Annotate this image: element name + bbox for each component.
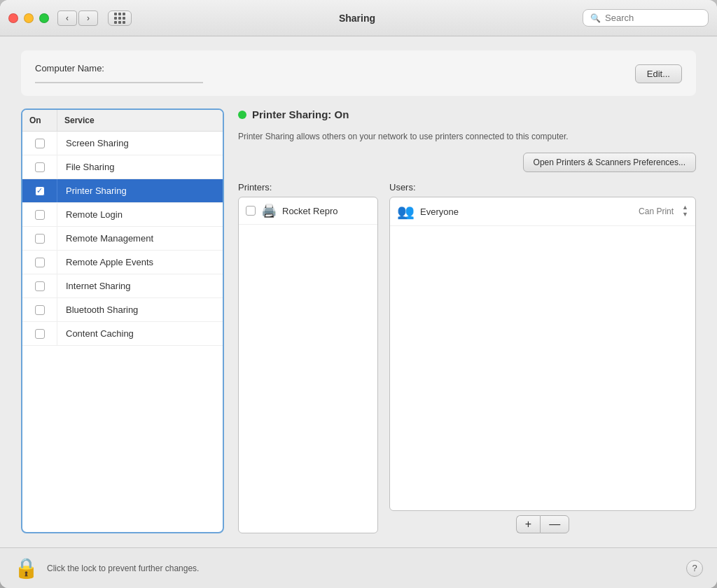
status-description: Printer Sharing allows others on your ne… <box>238 130 696 143</box>
service-name-file-sharing[interactable]: File Sharing <box>57 156 223 178</box>
checkbox-cell-bluetooth-sharing <box>22 298 57 321</box>
services-panel: On Service Screen Sharing File Sharing <box>21 108 224 533</box>
grid-button[interactable] <box>108 10 132 26</box>
printers-column: Printers: 🖨️ Rocket Repro <box>238 182 378 533</box>
status-header: Printer Sharing: On <box>238 108 696 120</box>
add-user-button[interactable]: + <box>516 515 540 533</box>
open-printers-scanners-button[interactable]: Open Printers & Scanners Preferences... <box>523 153 696 172</box>
service-name-remote-login[interactable]: Remote Login <box>57 204 223 225</box>
window-title: Sharing <box>137 13 577 24</box>
checkbox-internet-sharing[interactable] <box>35 281 45 291</box>
printer-item-rocket-repro[interactable]: 🖨️ Rocket Repro <box>239 197 377 225</box>
remove-user-button[interactable]: — <box>540 515 569 533</box>
printers-users-row: Printers: 🖨️ Rocket Repro Users: <box>238 182 696 533</box>
computer-name-value <box>35 82 203 83</box>
services-header: On Service <box>22 110 223 132</box>
service-row-file-sharing[interactable]: File Sharing <box>22 155 223 179</box>
service-row-content-caching[interactable]: Content Caching <box>22 322 223 346</box>
close-button[interactable] <box>8 13 18 23</box>
user-permission-label: Can Print <box>639 206 674 216</box>
users-list: 👥 Everyone Can Print ▲ ▼ <box>389 197 696 511</box>
service-row-printer-sharing[interactable]: ✓ Printer Sharing <box>22 179 223 203</box>
service-row-screen-sharing[interactable]: Screen Sharing <box>22 132 223 155</box>
printer-icon: 🖨️ <box>261 203 277 218</box>
search-input[interactable] <box>605 13 696 23</box>
computer-name-section: Computer Name: Edit... <box>21 50 696 96</box>
status-dot-on <box>238 111 246 119</box>
add-remove-container: + — <box>389 515 696 533</box>
edit-button[interactable]: Edit... <box>635 64 682 83</box>
service-name-screen-sharing[interactable]: Screen Sharing <box>57 132 223 154</box>
checkbox-cell-file-sharing <box>22 155 57 178</box>
service-name-internet-sharing[interactable]: Internet Sharing <box>57 275 223 297</box>
checkbox-cell-printer-sharing: ✓ <box>22 179 57 202</box>
checkbox-cell-remote-login <box>22 203 57 226</box>
back-button[interactable]: ‹ <box>57 10 77 26</box>
checkbox-cell-remote-management <box>22 227 57 250</box>
checkbox-content-caching[interactable] <box>35 329 45 339</box>
checkbox-bluetooth-sharing[interactable] <box>35 305 45 315</box>
users-group-icon: 👥 <box>397 203 415 220</box>
user-name-everyone: Everyone <box>420 206 633 217</box>
printers-label: Printers: <box>238 182 378 192</box>
service-name-content-caching[interactable]: Content Caching <box>57 323 223 344</box>
lower-section: On Service Screen Sharing File Sharing <box>21 108 696 533</box>
permission-stepper[interactable]: ▲ ▼ <box>682 204 688 218</box>
computer-name-left: Computer Name: <box>35 63 203 83</box>
checkbox-screen-sharing[interactable] <box>35 139 45 148</box>
search-bar[interactable]: 🔍 <box>583 9 709 27</box>
checkbox-cell-remote-apple-events <box>22 251 57 274</box>
traffic-lights <box>8 13 49 23</box>
minimize-button[interactable] <box>24 13 34 23</box>
checkbox-cell-screen-sharing <box>22 132 57 155</box>
zoom-button[interactable] <box>39 13 49 23</box>
forward-button[interactable]: › <box>78 10 98 26</box>
lock-icon[interactable]: 🔒 <box>14 556 39 580</box>
lock-text: Click the lock to prevent further change… <box>47 564 678 573</box>
checkbox-printer-sharing[interactable]: ✓ <box>35 186 45 196</box>
checkbox-cell-internet-sharing <box>22 274 57 298</box>
user-item-everyone[interactable]: 👥 Everyone Can Print ▲ ▼ <box>390 197 695 226</box>
service-row-internet-sharing[interactable]: Internet Sharing <box>22 274 223 298</box>
service-row-remote-management[interactable]: Remote Management <box>22 227 223 251</box>
checkbox-remote-management[interactable] <box>35 234 45 244</box>
help-button[interactable]: ? <box>686 560 703 577</box>
service-name-bluetooth-sharing[interactable]: Bluetooth Sharing <box>57 299 223 321</box>
checkbox-remote-apple-events[interactable] <box>35 258 45 267</box>
window: ‹ › Sharing 🔍 Computer Name: Edit... <box>0 0 717 588</box>
right-panel: Printer Sharing: On Printer Sharing allo… <box>238 108 696 533</box>
services-col-service: Service <box>57 110 223 131</box>
service-name-remote-apple-events[interactable]: Remote Apple Events <box>57 251 223 273</box>
service-row-remote-apple-events[interactable]: Remote Apple Events <box>22 251 223 274</box>
service-row-remote-login[interactable]: Remote Login <box>22 203 223 227</box>
checkbox-remote-login[interactable] <box>35 210 45 220</box>
checkbox-cell-content-caching <box>22 322 57 345</box>
printer-checkbox[interactable] <box>246 206 256 216</box>
status-title: Printer Sharing: On <box>252 108 349 120</box>
stepper-down-arrow[interactable]: ▼ <box>682 211 688 218</box>
main-content: Computer Name: Edit... On Service Screen… <box>0 36 717 547</box>
users-column: Users: 👥 Everyone Can Print ▲ ▼ <box>389 182 696 533</box>
checkbox-file-sharing[interactable] <box>35 162 45 172</box>
printers-list: 🖨️ Rocket Repro <box>238 197 378 533</box>
service-name-printer-sharing[interactable]: Printer Sharing <box>57 180 223 202</box>
bottom-bar: 🔒 Click the lock to prevent further chan… <box>0 547 717 588</box>
search-icon: 🔍 <box>590 13 601 23</box>
add-remove-row: + — <box>516 515 569 533</box>
service-row-bluetooth-sharing[interactable]: Bluetooth Sharing <box>22 298 223 322</box>
titlebar: ‹ › Sharing 🔍 <box>0 0 717 36</box>
services-col-on: On <box>22 110 57 131</box>
printer-name: Rocket Repro <box>282 206 337 216</box>
service-name-remote-management[interactable]: Remote Management <box>57 227 223 249</box>
nav-buttons: ‹ › <box>57 10 98 26</box>
users-label: Users: <box>389 182 696 192</box>
computer-name-label: Computer Name: <box>35 63 203 74</box>
